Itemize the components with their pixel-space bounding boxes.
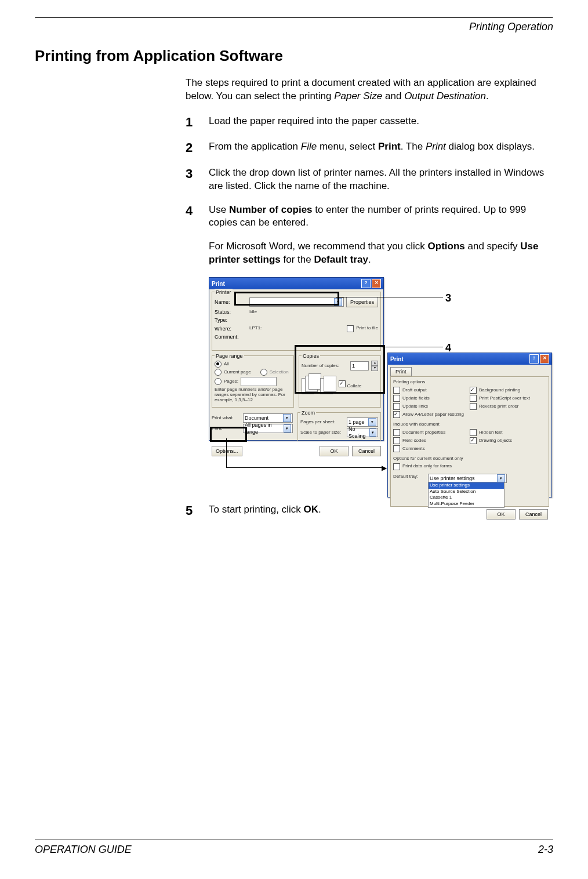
update-fields-label: Update fields: [402, 395, 430, 402]
reverse-order-checkbox[interactable]: [470, 403, 477, 410]
copies-group: Copies Number of copies: ▴▾: [299, 355, 381, 408]
step-5-number: 5: [186, 503, 209, 518]
pages-input[interactable]: [241, 377, 277, 386]
pages-hint: Enter page numbers and/or page ranges se…: [215, 387, 291, 402]
print-options-title: Print: [390, 355, 404, 364]
print-tab[interactable]: Print: [390, 367, 412, 376]
copies-title: Copies: [302, 353, 320, 359]
all-label: All: [224, 361, 229, 368]
print-label: Print:: [212, 426, 241, 432]
update-links-checkbox[interactable]: [393, 403, 400, 410]
collate-checkbox[interactable]: [339, 380, 346, 387]
forms-only-label: Print data only for forms: [402, 463, 452, 470]
update-fields-checkbox[interactable]: [393, 395, 400, 402]
current-page-radio[interactable]: [215, 369, 222, 376]
print-options-titlebar: Print ? ✕: [388, 353, 551, 365]
pages-per-sheet-label: Pages per sheet:: [300, 419, 344, 426]
s4n-b3: Default tray: [314, 254, 368, 265]
zoom-title: Zoom: [300, 409, 316, 416]
footer: OPERATION GUIDE 2-3: [35, 840, 553, 856]
step-3-text: Click the drop down list of printer name…: [209, 166, 553, 193]
step-3-number: 3: [186, 166, 209, 193]
hidden-text-checkbox[interactable]: [470, 429, 477, 436]
step-4-number: 4: [186, 204, 209, 230]
printer-group-title: Printer: [215, 289, 233, 296]
num-copies-label: Number of copies:: [302, 363, 348, 369]
footer-guide: OPERATION GUIDE: [35, 844, 132, 856]
draft-output-checkbox[interactable]: [393, 387, 400, 394]
option-mp-feeder[interactable]: Multi-Purpose Feeder: [429, 501, 504, 507]
drawing-objects-checkbox[interactable]: [470, 437, 477, 444]
s4-t1: Use: [209, 204, 229, 215]
scale-dropdown[interactable]: No Scaling▾: [347, 428, 378, 437]
figure-area: Print ? ✕ Printer Name: ▾ Propertie: [209, 277, 553, 497]
print-what-value: Document: [245, 415, 268, 422]
close-button[interactable]: ✕: [540, 354, 549, 364]
current-only-heading: Options for current document only: [393, 456, 546, 462]
bg-printing-label: Background printing: [479, 387, 520, 394]
s2-b1: Print: [378, 141, 401, 152]
current-page-label: Current page: [224, 369, 251, 376]
ok-button[interactable]: OK: [320, 446, 349, 456]
postscript-label: Print PostScript over text: [479, 395, 530, 402]
default-tray-label: Default tray:: [393, 474, 426, 480]
drawing-objects-label: Drawing objects: [479, 438, 512, 444]
status-value: Idle: [249, 309, 257, 315]
option-use-printer-settings[interactable]: Use printer settings: [429, 482, 504, 489]
bg-printing-checkbox[interactable]: [470, 387, 477, 394]
comments-checkbox[interactable]: [393, 445, 400, 452]
printing-options-heading: Printing options: [393, 379, 546, 386]
include-heading: Include with document: [393, 422, 546, 428]
pages-label: Pages:: [224, 379, 238, 385]
footer-page-number: 2-3: [538, 844, 553, 856]
name-label: Name:: [215, 299, 247, 306]
s4n-b1: Options: [428, 241, 465, 252]
printer-name-dropdown[interactable]: ▾: [249, 297, 344, 307]
intro-t2: and: [382, 90, 404, 101]
default-tray-options-list[interactable]: Use printer settings Auto Source Selecti…: [428, 482, 504, 508]
option-cassette-1[interactable]: Cassette 1: [429, 495, 504, 501]
field-codes-checkbox[interactable]: [393, 437, 400, 444]
print-options-dialog: Print ? ✕ Print Printing options Draft o…: [387, 353, 552, 497]
print-to-file-label: Print to file: [356, 325, 378, 332]
close-button[interactable]: ✕: [372, 279, 381, 288]
all-radio[interactable]: [215, 361, 222, 368]
allow-a4-checkbox[interactable]: [393, 411, 400, 418]
cancel-button[interactable]: Cancel: [352, 446, 381, 456]
dropdown-arrow-icon: ▾: [369, 428, 376, 437]
print-to-file-checkbox[interactable]: [347, 325, 354, 332]
print-dialog-titlebar: Print ? ✕: [209, 278, 383, 289]
print-dropdown[interactable]: All pages in range▾: [243, 424, 293, 433]
properties-button[interactable]: Properties: [346, 297, 378, 307]
options-ok-button[interactable]: OK: [487, 509, 516, 520]
num-copies-input[interactable]: [350, 361, 369, 371]
postscript-checkbox[interactable]: [470, 395, 477, 402]
status-label: Status:: [215, 308, 247, 315]
dropdown-arrow-icon: ▾: [284, 424, 291, 433]
s2-i1: File: [301, 141, 317, 152]
comment-label: Comment:: [215, 333, 247, 340]
default-tray-value: Use printer settings: [430, 475, 475, 482]
leader-vertical: [226, 438, 227, 467]
s2-t4: dialog box displays.: [446, 141, 535, 152]
options-button[interactable]: Options...: [212, 446, 242, 456]
doc-props-checkbox[interactable]: [393, 429, 400, 436]
help-button[interactable]: ?: [529, 354, 539, 364]
options-cancel-button[interactable]: Cancel: [519, 509, 548, 520]
option-auto-source[interactable]: Auto Source Selection: [429, 489, 504, 495]
selection-radio[interactable]: [260, 369, 267, 376]
pages-per-sheet-value: 1 page: [349, 419, 365, 426]
forms-only-checkbox[interactable]: [393, 463, 400, 470]
printer-group: Printer Name: ▾ Properties Status:Idle T…: [212, 292, 381, 351]
s5-t2: .: [318, 504, 321, 515]
field-codes-label: Field codes: [402, 438, 426, 444]
pages-radio[interactable]: [215, 378, 222, 385]
s4n-t1: For Microsoft Word, we recommend that yo…: [209, 241, 428, 252]
help-button[interactable]: ?: [361, 279, 371, 288]
s4n-t2: and specify: [465, 241, 520, 252]
s4-b1: Number of copies: [229, 204, 313, 215]
copies-spinner[interactable]: ▴▾: [371, 361, 378, 371]
step-4: 4 Use Number of copies to enter the numb…: [186, 204, 553, 230]
print-value: All pages in range: [245, 422, 284, 435]
callout-3-label: 3: [445, 291, 451, 305]
